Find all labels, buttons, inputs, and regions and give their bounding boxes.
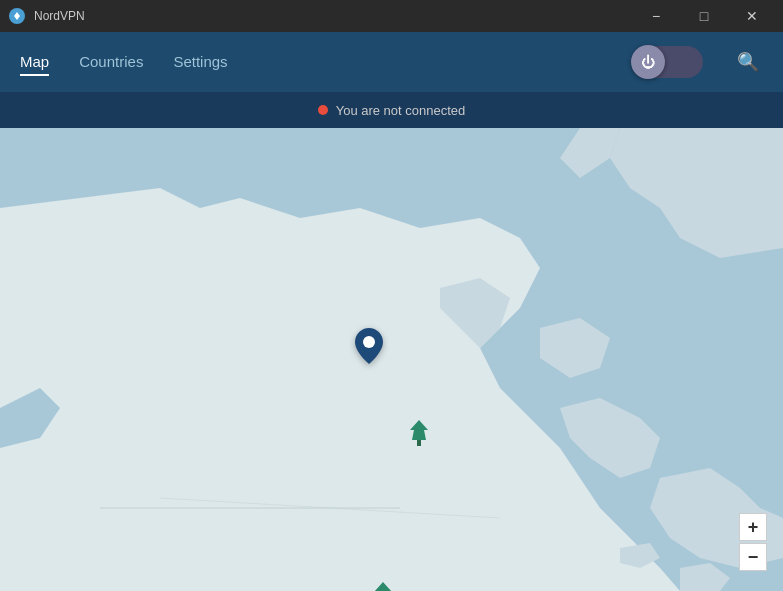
connection-status-text: You are not connected	[336, 103, 466, 118]
status-bar: You are not connected	[0, 92, 783, 128]
tab-map[interactable]: Map	[20, 49, 49, 76]
tree-icon-1	[408, 418, 430, 452]
titlebar-left: NordVPN	[8, 7, 85, 25]
app-logo	[8, 7, 26, 25]
zoom-out-button[interactable]: −	[739, 543, 767, 571]
map-svg	[0, 128, 783, 591]
pin-canada[interactable]	[355, 328, 383, 368]
power-toggle[interactable]: ⏻	[633, 46, 703, 78]
search-button[interactable]: 🔍	[733, 47, 763, 77]
window-controls: − □ ✕	[633, 0, 775, 32]
svg-rect-5	[417, 440, 421, 446]
maximize-button[interactable]: □	[681, 0, 727, 32]
zoom-in-button[interactable]: +	[739, 513, 767, 541]
minimize-button[interactable]: −	[633, 0, 679, 32]
tab-settings[interactable]: Settings	[173, 49, 227, 76]
tree-icon-2	[372, 580, 394, 591]
power-button-knob: ⏻	[631, 45, 665, 79]
close-button[interactable]: ✕	[729, 0, 775, 32]
svg-marker-6	[374, 582, 392, 591]
tab-countries[interactable]: Countries	[79, 49, 143, 76]
svg-marker-4	[410, 420, 428, 440]
search-icon: 🔍	[737, 52, 759, 72]
navbar: Map Countries Settings ⏻ 🔍	[0, 32, 783, 92]
svg-point-2	[363, 336, 375, 348]
map-container[interactable]: + −	[0, 128, 783, 591]
app-title: NordVPN	[34, 9, 85, 23]
connection-status-dot	[318, 105, 328, 115]
location-pin-icon	[355, 328, 383, 364]
power-icon: ⏻	[641, 54, 655, 70]
titlebar: NordVPN − □ ✕	[0, 0, 783, 32]
zoom-controls: + −	[739, 513, 767, 571]
